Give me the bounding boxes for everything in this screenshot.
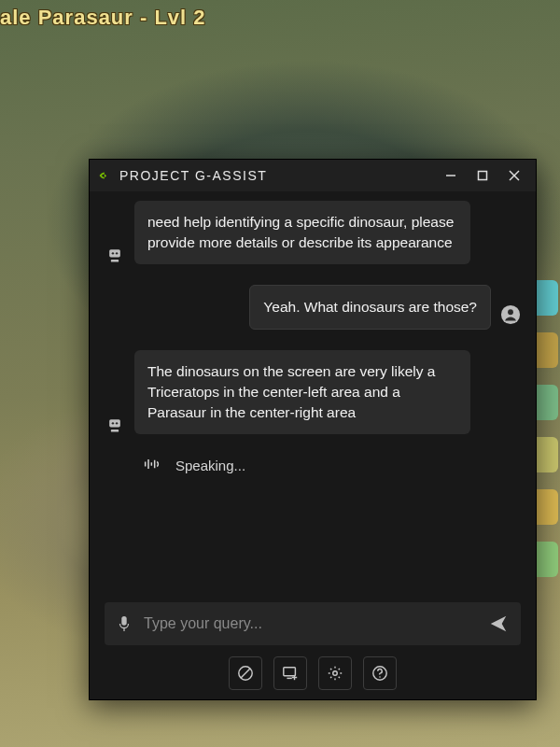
status-text: Speaking... [175,458,245,473]
user-message: Yeah. What dinosaurs are those? [249,285,491,330]
assistant-message-row: The dinosaurs on the screen are very lik… [105,350,521,434]
query-input[interactable] [144,615,476,632]
settings-button[interactable] [318,656,352,690]
nvidia-logo-icon [99,169,112,182]
svg-point-22 [333,671,338,676]
chat-area: need help identifying a specific dinosau… [90,191,536,599]
minimize-button[interactable] [439,163,463,188]
svg-point-12 [116,422,118,424]
svg-point-5 [112,252,114,254]
titlebar[interactable]: PROJECT G-ASSIST [90,160,536,191]
speaking-status: Speaking... [105,455,521,476]
user-message-row: Yeah. What dinosaurs are those? [105,285,521,330]
assistant-avatar-icon [105,404,125,434]
svg-rect-4 [109,249,120,257]
user-avatar-icon [500,300,521,330]
sound-wave-icon [144,457,162,474]
maximize-button[interactable] [470,163,495,188]
assist-window: PROJECT G-ASSIST need help identifying a… [89,159,537,700]
svg-point-11 [112,422,114,424]
window-title: PROJECT G-ASSIST [119,168,267,183]
svg-rect-7 [111,260,119,262]
svg-point-24 [379,676,381,678]
svg-rect-13 [111,430,119,432]
game-entity-label: ale Parasaur - Lvl 2 [0,6,206,30]
mic-button[interactable] [114,613,134,634]
svg-rect-14 [121,616,126,626]
svg-rect-18 [284,668,296,676]
add-monitor-button[interactable] [273,656,307,690]
assistant-avatar-icon [105,234,125,264]
clear-button[interactable] [229,656,262,690]
bottom-toolbar [90,653,536,699]
assistant-message-row: need help identifying a specific dinosau… [105,201,521,264]
svg-rect-10 [109,419,120,427]
help-button[interactable] [363,656,397,690]
query-input-row [105,602,521,645]
svg-rect-1 [479,172,487,180]
send-button[interactable] [485,611,511,637]
svg-line-17 [241,669,250,678]
assistant-message: need help identifying a specific dinosau… [134,201,470,264]
svg-point-9 [508,309,513,315]
svg-point-6 [116,252,118,254]
assistant-message: The dinosaurs on the screen are very lik… [134,350,470,434]
close-button[interactable] [502,163,526,188]
